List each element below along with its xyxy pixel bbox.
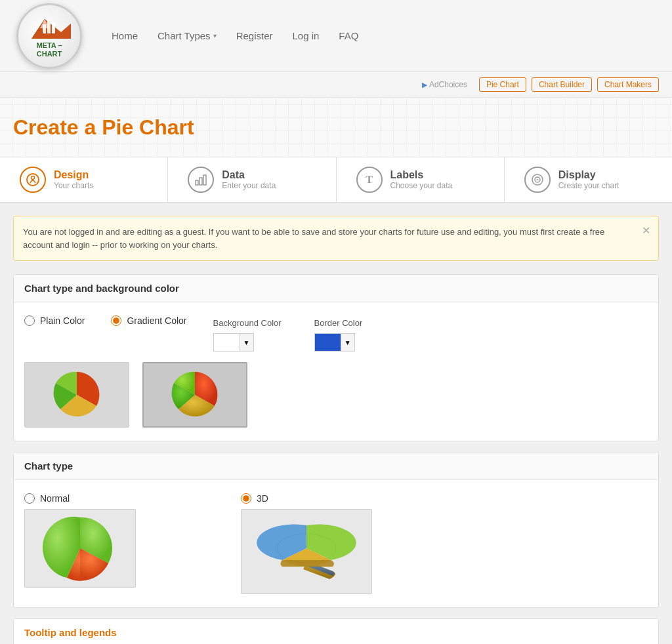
step-display[interactable]: Display Create your chart — [505, 157, 672, 202]
svg-rect-3 — [43, 24, 46, 33]
nav-chart-types[interactable]: Chart Types ▾ — [158, 30, 217, 41]
step-design[interactable]: Design Your charts — [0, 157, 168, 202]
step-design-title: Design — [54, 169, 93, 181]
step-labels[interactable]: T Labels Choose your data — [337, 157, 505, 202]
nav-home[interactable]: Home — [112, 30, 138, 41]
logo[interactable]: META – CHART — [13, 0, 85, 72]
steps-bar: Design Your charts Data Enter your data … — [0, 157, 672, 203]
plain-color-option[interactable]: Plain Color — [24, 315, 85, 326]
header: META – CHART Home Chart Types ▾ Register… — [0, 0, 672, 72]
3d-pie-svg — [247, 512, 366, 591]
gradient-preview-item — [142, 362, 247, 428]
gradient-preview-box[interactable] — [142, 362, 247, 428]
svg-rect-10 — [203, 175, 206, 185]
step-data-subtitle: Enter your data — [222, 181, 276, 190]
ad-bar: ▶ AdChoices Pie Chart Chart Builder Char… — [0, 72, 672, 98]
page-title-area: Create a Pie Chart — [0, 98, 672, 157]
display-icon-svg — [530, 172, 545, 187]
bg-type-radio-row: Plain Color Gradient Color Background Co… — [24, 315, 648, 352]
normal-radio-label[interactable]: Normal — [24, 493, 70, 504]
section2-header: Chart type — [14, 453, 658, 480]
logo-svg — [28, 14, 71, 41]
labels-icon-letter: T — [366, 174, 373, 186]
3d-radio-label[interactable]: 3D — [241, 493, 268, 504]
bg-color-select[interactable]: ▼ — [213, 333, 282, 352]
bg-color-dropdown-btn[interactable]: ▼ — [240, 333, 254, 352]
nav-faq[interactable]: FAQ — [339, 30, 358, 41]
step-display-text: Display Create your chart — [558, 169, 620, 190]
3d-radio[interactable] — [241, 493, 251, 504]
border-color-label: Border Color — [314, 318, 363, 328]
plain-color-label: Plain Color — [40, 315, 85, 326]
gradient-color-radio[interactable] — [111, 315, 121, 326]
main-nav: Home Chart Types ▾ Register Log in FAQ — [112, 30, 358, 41]
normal-pie-svg — [41, 512, 119, 584]
step-data-title: Data — [222, 169, 276, 181]
nav-login[interactable]: Log in — [292, 30, 319, 41]
section-tooltip: Tooltip and legends — [13, 618, 659, 644]
step-design-subtitle: Your charts — [54, 181, 93, 190]
logo-circle: META – CHART — [16, 3, 82, 69]
data-icon-svg — [194, 172, 208, 187]
step-display-title: Display — [558, 169, 620, 181]
svg-rect-9 — [200, 178, 202, 185]
svg-point-13 — [537, 179, 538, 180]
gradient-color-option[interactable]: Gradient Color — [111, 315, 186, 326]
ad-chart-builder-btn[interactable]: Chart Builder — [532, 77, 592, 92]
ad-chart-makers-btn[interactable]: Chart Makers — [597, 77, 659, 92]
step-data-text: Data Enter your data — [222, 169, 276, 190]
page-title: Create a Pie Chart — [13, 115, 194, 140]
ad-pie-chart-btn[interactable]: Pie Chart — [479, 77, 526, 92]
3d-label: 3D — [257, 493, 268, 504]
section1-header: Chart type and background color — [14, 275, 658, 302]
logo-text: META – CHART — [36, 41, 62, 57]
svg-marker-1 — [32, 19, 71, 39]
color-controls-row: Background Color ▼ Border Color ▼ — [213, 318, 363, 352]
design-icon-svg — [26, 172, 40, 187]
chart-types-dropdown-arrow: ▾ — [213, 32, 217, 39]
border-color-select[interactable]: ▼ — [314, 333, 363, 352]
step-design-icon — [20, 167, 46, 193]
section-chart-type: Chart type Normal — [13, 452, 659, 608]
plain-preview-box[interactable] — [24, 362, 129, 428]
plain-pie-svg — [51, 369, 103, 421]
section-chart-type-bg: Chart type and background color Plain Co… — [13, 274, 659, 441]
3d-preview-box[interactable] — [241, 509, 372, 594]
alert-message: You are not logged in and are editing as… — [23, 227, 604, 250]
normal-chart-option: Normal — [24, 493, 136, 588]
plain-color-radio[interactable] — [24, 315, 35, 326]
svg-rect-4 — [47, 20, 51, 33]
ad-choices-label: ▶ AdChoices — [422, 80, 467, 89]
chart-type-options: Normal — [24, 493, 648, 594]
ad-play-icon: ▶ — [422, 81, 427, 89]
gradient-pie-svg — [169, 369, 221, 421]
step-display-icon — [524, 167, 551, 193]
plain-preview-item — [24, 362, 129, 428]
normal-label: Normal — [40, 493, 70, 504]
main-content: You are not logged in and are editing as… — [0, 203, 672, 644]
bg-color-swatch — [213, 333, 240, 352]
step-labels-icon: T — [356, 167, 383, 193]
bg-color-group: Background Color ▼ — [213, 318, 282, 352]
step-labels-subtitle: Choose your data — [390, 181, 453, 190]
svg-rect-8 — [196, 180, 198, 185]
bg-color-label: Background Color — [213, 318, 282, 328]
border-color-dropdown-btn[interactable]: ▼ — [341, 333, 355, 352]
normal-radio[interactable] — [24, 493, 35, 504]
step-data[interactable]: Data Enter your data — [168, 157, 336, 202]
section1-body: Plain Color Gradient Color Background Co… — [14, 302, 658, 441]
bg-type-previews — [24, 362, 648, 428]
nav-register[interactable]: Register — [236, 30, 273, 41]
section3-header: Tooltip and legends — [14, 619, 658, 644]
step-data-icon — [188, 167, 214, 193]
3d-chart-option: 3D — [241, 493, 372, 594]
step-design-text: Design Your charts — [54, 169, 93, 190]
alert-close-btn[interactable]: ✕ — [642, 223, 650, 239]
section2-body: Normal — [14, 480, 658, 607]
border-color-group: Border Color ▼ — [314, 318, 363, 352]
normal-preview-box[interactable] — [24, 509, 136, 588]
svg-point-7 — [32, 176, 35, 180]
svg-rect-5 — [52, 22, 55, 33]
gradient-color-label: Gradient Color — [127, 315, 186, 326]
alert-box: You are not logged in and are editing as… — [13, 216, 659, 261]
